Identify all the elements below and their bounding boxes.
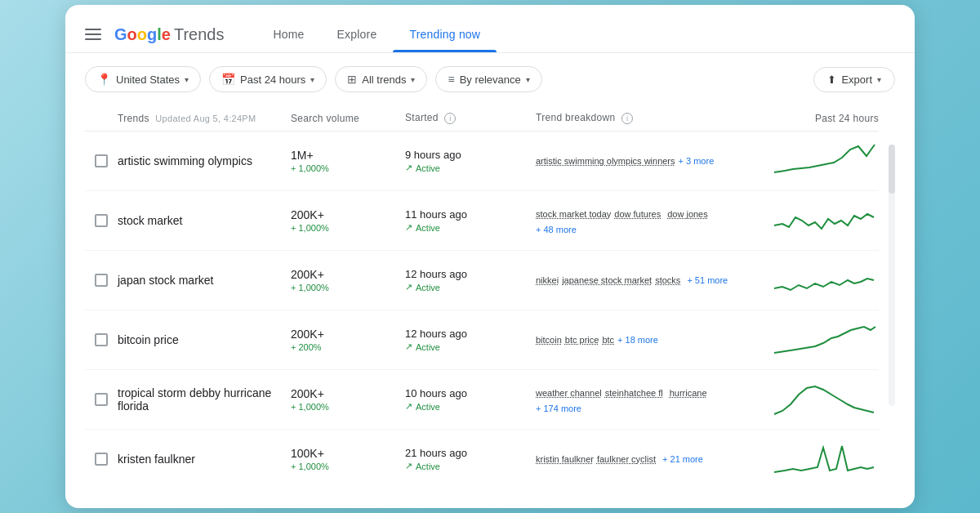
row4-trend-name[interactable]: bitcoin price [118,333,291,346]
category-chevron: ▾ [411,75,415,84]
category-icon: ⊞ [347,73,357,86]
row6-checkbox[interactable] [95,453,108,466]
location-label: United States [116,74,180,86]
started-info-icon[interactable]: i [444,113,456,124]
row4-breakdown: bitcoin btc price btc + 18 more [536,335,748,345]
export-label: Export [841,74,872,86]
table-row: kristen faulkner 100K+ + 1,000% 21 hours… [85,430,879,488]
row1-checkbox[interactable] [95,154,108,167]
scroll-thumb[interactable] [889,145,895,194]
calendar-icon: 📅 [221,73,235,86]
row3-sparkline [748,261,879,300]
sort-label: By relevance [460,74,521,86]
export-chevron: ▾ [877,75,881,84]
hamburger-menu[interactable] [85,29,101,40]
row5-search-vol: 200K+ + 1,000% [291,387,405,412]
row5-more[interactable]: + 174 more [536,404,581,413]
row6-active: Active [405,461,536,471]
trends-table: Trends Updated Aug 5, 4:24PM Search volu… [65,105,915,508]
timeframe-filter[interactable]: 📅 Past 24 hours ▾ [209,66,327,92]
row4-checkbox[interactable] [95,333,108,346]
table-row: bitcoin price 200K+ + 200% 12 hours ago … [85,310,879,370]
row4-sparkline [748,320,879,359]
row3-more[interactable]: + 51 more [687,275,728,285]
row5-trend-name[interactable]: tropical storm debby hurricane florida [118,386,291,413]
row1-breakdown: artistic swimming olympics winners + 3 m… [536,156,748,166]
row5-checkbox-cell [85,393,118,406]
row3-started: 12 hours ago Active [405,268,536,292]
timeframe-chevron: ▾ [310,75,314,84]
row1-growth: + 1,000% [291,163,405,173]
table-row: japan stock market 200K+ + 1,000% 12 hou… [85,251,879,310]
row3-growth: + 1,000% [291,283,405,292]
row2-checkbox[interactable] [95,214,108,227]
category-filter[interactable]: ⊞ All trends ▾ [335,66,427,92]
row5-active: Active [405,401,536,412]
row3-active: Active [405,282,536,292]
location-chevron: ▾ [185,75,189,84]
sort-chevron: ▾ [526,75,530,84]
row6-checkbox-cell [85,453,118,466]
row1-more[interactable]: + 3 more [679,156,715,166]
logo-g-blue2: g [147,25,157,43]
nav-trending-now[interactable]: Trending now [393,16,497,52]
row6-sparkline [748,439,879,479]
google-trends-logo[interactable]: Google Trends [114,25,224,44]
col-trends: Trends Updated Aug 5, 4:24PM [118,113,291,124]
export-icon: ⬆ [827,74,836,86]
row5-growth: + 1,000% [291,402,405,412]
row3-checkbox[interactable] [95,274,108,287]
row1-active: Active [405,163,536,173]
category-label: All trends [362,74,406,86]
table-row: stock market 200K+ + 1,000% 11 hours ago… [85,191,879,251]
row2-more[interactable]: + 48 more [536,225,577,234]
nav-home[interactable]: Home [256,16,320,52]
logo-trends-text: Trends [174,25,225,44]
row2-checkbox-cell [85,214,118,227]
logo-g-red2: e [162,25,171,43]
row3-search-vol: 200K+ + 1,000% [291,268,405,292]
last-updated: Updated Aug 5, 4:24PM [155,114,256,123]
col-past24: Past 24 hours [748,113,879,124]
row6-trend-name[interactable]: kristen faulkner [118,453,291,466]
row5-sparkline [748,380,879,419]
row2-growth: + 1,000% [291,223,405,233]
row1-trend-name[interactable]: artistic swimming olympics [118,154,291,167]
row4-active: Active [405,341,536,352]
location-filter[interactable]: 📍 United States ▾ [85,66,201,92]
row6-more[interactable]: + 21 more [662,454,703,464]
sort-filter[interactable]: ≡ By relevance ▾ [435,66,541,92]
col-breakdown: Trend breakdown i [536,112,748,124]
row2-sparkline [748,201,879,240]
row3-breakdown: nikkei japanese stock market stocks + 51… [536,273,748,288]
row2-trend-name[interactable]: stock market [118,214,291,227]
row6-search-vol: 100K+ + 1,000% [291,447,405,471]
export-button[interactable]: ⬆ Export ▾ [813,67,895,92]
row2-search-vol: 200K+ + 1,000% [291,208,405,233]
filter-bar: 📍 United States ▾ 📅 Past 24 hours ▾ ⊞ Al… [65,53,915,105]
row2-breakdown: stock market today dow futures dow jones… [536,207,748,234]
sort-icon: ≡ [448,73,454,86]
row5-breakdown: weather channel steinhatchee fl hurrican… [536,386,748,413]
row1-started: 9 hours ago Active [405,149,536,173]
row2-started: 11 hours ago Active [405,208,536,233]
row4-checkbox-cell [85,333,118,346]
row6-breakdown: kristin faulkner faulkner cyclist + 21 m… [536,452,748,466]
row3-trend-name[interactable]: japan stock market [118,274,291,287]
row5-checkbox[interactable] [95,393,108,406]
timeframe-label: Past 24 hours [240,74,305,86]
table-row: tropical storm debby hurricane florida 2… [85,370,879,430]
col-started: Started i [405,112,536,124]
logo-g-yellow: o [137,25,147,43]
row3-checkbox-cell [85,274,118,287]
row4-growth: + 200% [291,342,405,352]
col-search-volume: Search volume [291,113,405,124]
row4-more[interactable]: + 18 more [617,335,658,345]
row6-growth: + 1,000% [291,462,405,471]
nav-explore[interactable]: Explore [321,16,394,52]
scrollbar[interactable] [889,145,895,406]
location-icon: 📍 [97,73,111,86]
row2-active: Active [405,222,536,233]
breakdown-info-icon[interactable]: i [621,113,633,124]
row4-started: 12 hours ago Active [405,328,536,352]
